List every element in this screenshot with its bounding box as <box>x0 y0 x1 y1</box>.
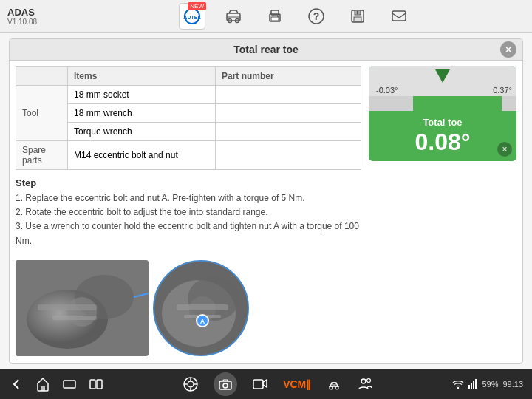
step-1: 1. Replace the eccentric bolt and nut A.… <box>16 191 361 205</box>
svg-rect-14 <box>357 11 358 14</box>
step-2: 2. Rotate the eccentric bolt to adjust t… <box>16 205 361 219</box>
svg-rect-52 <box>471 383 472 389</box>
nav-autel[interactable]: AUTEL NEW <box>179 3 205 30</box>
svg-text:A: A <box>200 318 205 325</box>
table-row: 18 mm wrench <box>16 104 361 123</box>
svg-rect-20 <box>38 304 97 310</box>
taskbar-right: 59% 99:13 <box>452 379 523 389</box>
nav-car-diag[interactable] <box>220 3 247 30</box>
dialog-close-button[interactable]: × <box>500 41 516 58</box>
tool-label: Tool <box>16 86 68 141</box>
nav-message[interactable] <box>386 3 412 30</box>
gauge-close-button[interactable]: × <box>497 142 512 157</box>
gauge-marker-left: -0.03° <box>376 86 398 95</box>
table-header-items: Items <box>68 67 216 86</box>
svg-rect-33 <box>64 381 75 388</box>
vcm-button[interactable]: VCM∥ <box>283 378 311 390</box>
tool-item-2: 18 mm wrench <box>68 104 216 123</box>
svg-rect-51 <box>468 385 470 389</box>
apps-button[interactable] <box>62 377 77 392</box>
svg-rect-21 <box>52 316 97 320</box>
svg-point-48 <box>361 379 366 383</box>
gauge-green-range <box>413 96 502 111</box>
nav-save[interactable] <box>344 3 371 30</box>
gauge-container: -0.03° 0.37° Total toe 0.08° × <box>369 66 516 161</box>
table-row: Spare parts M14 eccentric bolt and nut <box>16 141 361 170</box>
table-row: Tool 18 mm socket <box>16 86 361 104</box>
taskbar: VCM∥ <box>0 369 532 399</box>
svg-point-46 <box>335 386 338 389</box>
spareparts-label: Spare parts <box>16 141 68 170</box>
top-bar: ADAS V1.10.08 AUTEL NEW <box>0 0 532 33</box>
svg-point-19 <box>67 297 97 327</box>
tool-item-1: 18 mm socket <box>68 86 216 104</box>
taskbar-left <box>9 377 103 392</box>
svg-rect-47 <box>332 383 335 385</box>
tool-item-3: Torque wrench <box>68 123 216 141</box>
status-icons: 59% 99:13 <box>452 379 523 389</box>
svg-rect-32 <box>41 386 45 391</box>
dialog-header: Total rear toe × <box>10 39 522 61</box>
gauge-triangle <box>435 69 450 83</box>
svg-point-50 <box>457 387 459 389</box>
app-title: ADAS <box>7 7 66 18</box>
svg-rect-53 <box>473 381 474 389</box>
parts-table: Items Part number Tool 18 mm socket 18 m… <box>16 66 361 170</box>
spare-part-1 <box>216 141 361 170</box>
dialog-body: Items Part number Tool 18 mm socket 18 m… <box>10 61 522 363</box>
gauge-value-area: Total toe 0.08° × <box>369 111 516 161</box>
image-area: A <box>16 260 361 356</box>
left-panel: Items Part number Tool 18 mm socket 18 m… <box>16 66 361 357</box>
part-3 <box>216 123 361 141</box>
svg-text:AUTEL: AUTEL <box>183 15 201 20</box>
top-nav: AUTEL NEW <box>66 3 525 30</box>
taskbar-center: VCM∥ <box>183 372 373 396</box>
svg-point-45 <box>330 386 332 389</box>
clock: 99:13 <box>502 380 523 389</box>
back-button[interactable] <box>9 377 24 392</box>
signal-icon <box>468 379 477 389</box>
svg-rect-44 <box>253 380 263 389</box>
svg-point-37 <box>188 381 194 387</box>
svg-point-43 <box>223 383 228 388</box>
camera-button[interactable] <box>214 372 237 396</box>
part-2 <box>216 104 361 123</box>
main-content: Total rear toe × Items Part number <box>0 33 532 369</box>
nav-help[interactable]: ? <box>303 3 330 30</box>
svg-rect-34 <box>90 380 95 389</box>
dialog: Total rear toe × Items Part number <box>9 38 523 364</box>
svg-rect-54 <box>475 379 477 389</box>
home-button[interactable] <box>35 377 50 392</box>
video-button[interactable] <box>252 376 268 392</box>
part-1 <box>216 86 361 104</box>
svg-rect-7 <box>271 17 279 21</box>
users-button[interactable] <box>357 376 373 392</box>
gauge-value: 0.08° <box>376 129 509 155</box>
gauge-marker-right: 0.37° <box>493 86 512 95</box>
spare-item-1: M14 eccentric bolt and nut <box>68 141 216 170</box>
app-version: V1.10.08 <box>7 18 66 26</box>
battery-level: 59% <box>482 380 498 389</box>
new-badge: NEW <box>188 2 206 10</box>
svg-point-8 <box>277 16 279 17</box>
table-row: Torque wrench <box>16 123 361 141</box>
vcm-label: VCM∥ <box>283 378 311 390</box>
svg-rect-35 <box>97 380 102 389</box>
car-status-button[interactable] <box>326 376 342 392</box>
columns-button[interactable] <box>89 377 103 392</box>
svg-rect-13 <box>354 17 361 21</box>
app-info: ADAS V1.10.08 <box>7 7 66 26</box>
settings-button[interactable] <box>183 376 199 392</box>
svg-point-49 <box>367 379 371 383</box>
steps-section: Step 1. Replace the eccentric bolt and n… <box>16 177 361 248</box>
svg-text:?: ? <box>313 10 320 22</box>
dialog-title: Total rear toe <box>233 44 299 55</box>
gauge-scale: -0.03° 0.37° <box>369 66 516 111</box>
table-header-part: Part number <box>216 67 361 86</box>
svg-rect-28 <box>177 304 228 310</box>
main-image <box>16 260 149 356</box>
right-panel: -0.03° 0.37° Total toe 0.08° × <box>369 66 516 357</box>
nav-print[interactable] <box>262 3 288 30</box>
steps-title: Step <box>16 177 361 188</box>
wifi-icon <box>452 379 464 389</box>
